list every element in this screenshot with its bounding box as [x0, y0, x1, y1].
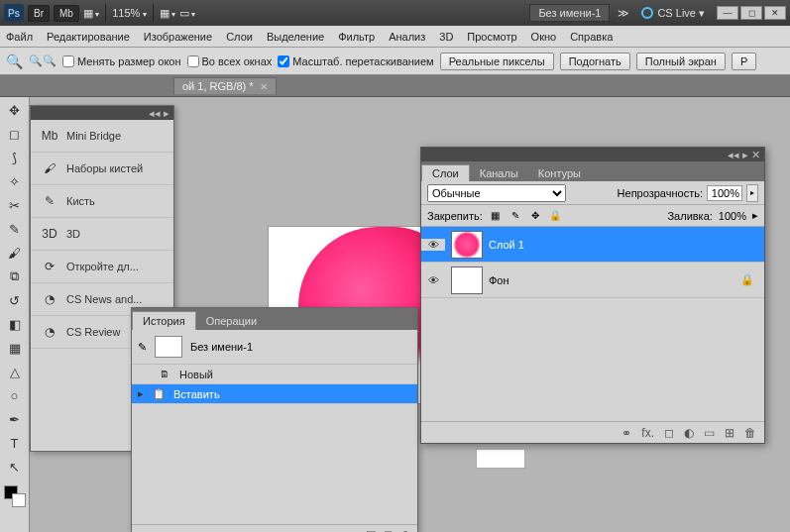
close-icon[interactable]: ✕ [260, 81, 268, 92]
path-tool[interactable]: ↖ [4, 458, 26, 476]
menu-filter[interactable]: Фильтр [338, 31, 375, 43]
snapshot-thumb [155, 336, 182, 358]
history-step[interactable]: 🗎 Новый [132, 365, 417, 384]
eraser-tool[interactable]: ◧ [4, 315, 26, 333]
fill-screen-button[interactable]: Полный экран [636, 53, 726, 70]
new-doc-from-state-icon[interactable]: ◻ [384, 528, 393, 532]
ext-brush[interactable]: ✎Кисть [31, 185, 173, 218]
dodge-tool[interactable]: ○ [4, 386, 26, 404]
ext-label: Кисть [66, 195, 95, 207]
mb-chip[interactable]: Mb [54, 5, 79, 22]
ext-mini-bridge[interactable]: MbMini Bridge [31, 120, 173, 153]
document-tab[interactable]: ой 1, RGB/8) * ✕ [173, 77, 277, 94]
actual-pixels-button[interactable]: Реальные пикселы [440, 53, 554, 70]
menu-analysis[interactable]: Анализ [389, 31, 425, 43]
new-layer-icon[interactable]: ⊞ [725, 426, 734, 440]
menu-view[interactable]: Просмотр [467, 31, 516, 43]
film-icon[interactable]: ▦ [83, 7, 99, 20]
maximize-button[interactable]: ◻ [740, 6, 762, 20]
lock-all-icon[interactable]: 🔒 [548, 209, 562, 223]
fit-screen-button[interactable]: Подогнать [560, 53, 630, 70]
tab-channels[interactable]: Каналы [470, 165, 528, 181]
history-brush-tool[interactable]: ↺ [4, 291, 26, 309]
menu-edit[interactable]: Редактирование [47, 31, 130, 43]
clipboard-scrap [476, 449, 525, 469]
lock-pixels-icon[interactable]: ✎ [508, 209, 522, 223]
trash-icon[interactable]: 🗑 [400, 529, 411, 533]
tab-history[interactable]: История [132, 311, 196, 330]
print-size-button[interactable]: Р [732, 53, 756, 70]
main-menu: Файл Редактирование Изображение Слои Выд… [0, 26, 790, 48]
ext-brush-presets[interactable]: 🖌Наборы кистей [31, 153, 173, 185]
scrubby-zoom-checkbox[interactable] [278, 55, 289, 67]
minimize-button[interactable]: — [717, 6, 738, 20]
move-tool[interactable]: ✥ [4, 101, 26, 119]
pen-tool[interactable]: ✒ [4, 410, 26, 428]
zoom-level[interactable]: 115% [112, 7, 146, 19]
arrange-icon[interactable]: ▦ [160, 7, 175, 20]
panel-collapse-icon[interactable]: ◂◂ ▸ ✕ [728, 149, 760, 161]
new-doc-icon: 🗎 [158, 368, 171, 381]
tab-actions[interactable]: Операции [196, 312, 267, 330]
brush-tool[interactable]: 🖌 [4, 244, 26, 262]
ext-label: CS Review [66, 326, 120, 338]
fill-slider-icon[interactable]: ▸ [752, 209, 758, 222]
history-step[interactable]: ▸ 📋 Вставить [132, 384, 417, 404]
eyedropper-tool[interactable]: ✎ [4, 220, 26, 238]
marquee-tool[interactable]: ◻ [4, 125, 26, 143]
cslive-button[interactable]: CS Live ▾ [657, 7, 705, 20]
bridge-chip[interactable]: Br [28, 5, 50, 22]
visibility-icon[interactable]: 👁 [421, 239, 445, 251]
group-icon[interactable]: ▭ [704, 426, 715, 440]
tab-layers[interactable]: Слои [421, 164, 470, 181]
ext-3d[interactable]: 3D3D [31, 218, 173, 251]
zoom-presets-icon[interactable]: 🔍🔍 [29, 54, 56, 67]
layer-row[interactable]: 👁 Фон 🔒 [421, 263, 764, 298]
menu-image[interactable]: Изображение [144, 31, 212, 43]
lock-transparent-icon[interactable]: ▦ [489, 209, 503, 223]
stamp-tool[interactable]: ⧉ [4, 267, 26, 285]
blur-tool[interactable]: △ [4, 363, 26, 380]
link-layers-icon[interactable]: ⚭ [621, 426, 631, 440]
screenmode-icon[interactable]: ▭ [179, 7, 195, 20]
crop-tool[interactable]: ✂ [4, 196, 26, 214]
menu-layers[interactable]: Слои [226, 31, 253, 43]
opacity-slider-icon[interactable]: ▸ [746, 184, 758, 202]
type-tool[interactable]: T [4, 434, 26, 452]
lasso-tool[interactable]: ⟆ [4, 149, 26, 166]
history-snapshot[interactable]: ✎ Без имени-1 [132, 330, 417, 365]
panel-collapse-icon[interactable]: ◂◂ ▸ [149, 107, 169, 120]
new-snapshot-icon[interactable]: ▣ [366, 528, 376, 532]
resize-windows-checkbox[interactable] [62, 55, 74, 67]
layer-style-icon[interactable]: fx. [641, 426, 654, 440]
trash-icon[interactable]: 🗑 [744, 426, 756, 440]
lock-position-icon[interactable]: ✥ [528, 209, 542, 223]
gradient-tool[interactable]: ▦ [4, 339, 26, 357]
menu-3d[interactable]: 3D [439, 31, 453, 43]
all-windows-checkbox[interactable] [187, 55, 199, 67]
zoom-tool-icon[interactable]: 🔍 [6, 53, 23, 69]
document-tab-label: ой 1, RGB/8) * [182, 80, 254, 92]
tab-paths[interactable]: Контуры [528, 165, 591, 181]
close-button[interactable]: ✕ [764, 6, 786, 20]
ext-open[interactable]: ⟳Откройте дл... [31, 251, 173, 283]
history-step-label: Вставить [173, 388, 220, 400]
cs-icon: ◔ [41, 291, 58, 307]
paste-icon: 📋 [152, 387, 166, 401]
layer-mask-icon[interactable]: ◻ [664, 426, 674, 440]
color-swatches[interactable] [4, 485, 26, 507]
refresh-icon: ⟳ [41, 259, 58, 274]
blend-mode-select[interactable]: Обычные [427, 184, 566, 202]
layer-row[interactable]: 👁 Слой 1 [421, 227, 764, 263]
adjustment-layer-icon[interactable]: ◐ [684, 426, 694, 440]
opacity-value[interactable]: 100% [707, 185, 742, 201]
wand-tool[interactable]: ✧ [4, 172, 26, 190]
menu-window[interactable]: Окно [531, 31, 557, 43]
overflow-arrows[interactable]: ≫ [618, 7, 629, 20]
menu-help[interactable]: Справка [570, 31, 613, 43]
menu-file[interactable]: Файл [6, 31, 33, 43]
fill-value[interactable]: 100% [719, 210, 746, 222]
history-step-label: Новый [179, 369, 213, 380]
visibility-icon[interactable]: 👁 [421, 274, 445, 286]
menu-select[interactable]: Выделение [267, 31, 324, 43]
